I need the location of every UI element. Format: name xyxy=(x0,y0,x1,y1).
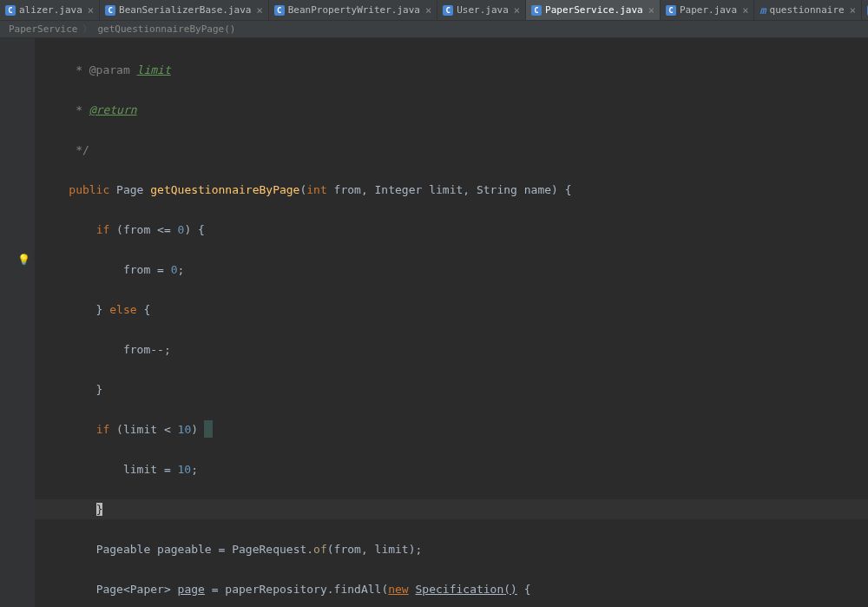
editor-wrap: 💡 * @param limit * @return */ public Pag… xyxy=(0,38,868,607)
close-icon[interactable]: × xyxy=(850,4,856,16)
close-icon[interactable]: × xyxy=(742,4,748,16)
close-icon[interactable]: × xyxy=(425,4,431,16)
close-icon[interactable]: × xyxy=(88,4,94,16)
class-icon: C xyxy=(274,5,285,16)
class-icon: C xyxy=(666,5,676,16)
breadcrumb-method[interactable]: getQuestionnaireByPage() xyxy=(97,23,235,35)
class-icon: C xyxy=(105,5,115,16)
class-icon: C xyxy=(443,5,453,16)
close-icon[interactable]: × xyxy=(514,4,520,16)
breadcrumb: PaperService 〉 getQuestionnaireByPage() xyxy=(0,21,868,38)
tab-beanserializerbase[interactable]: CBeanSerializerBase.java× xyxy=(100,0,269,20)
chevron-right-icon: 〉 xyxy=(82,23,92,36)
tab-paper[interactable]: CPaper.java× xyxy=(661,0,754,20)
editor-tabs: Calizer.java× CBeanSerializerBase.java× … xyxy=(0,0,868,21)
tab-paperservice[interactable]: CPaperService.java× xyxy=(526,0,661,20)
breadcrumb-class[interactable]: PaperService xyxy=(9,23,77,35)
code-editor[interactable]: * @param limit * @return */ public Page … xyxy=(35,38,868,607)
bulb-icon[interactable]: 💡 xyxy=(17,254,30,266)
gutter[interactable]: 💡 xyxy=(0,38,35,607)
class-icon: C xyxy=(5,5,16,16)
close-icon[interactable]: × xyxy=(648,4,654,16)
class-icon: C xyxy=(531,5,542,16)
tab-beanpropertywriter[interactable]: CBeanPropertyWriter.java× xyxy=(269,0,438,20)
tab-user[interactable]: CUser.java× xyxy=(437,0,526,20)
tab-indexedlistserializer[interactable]: CIndexedListSerializer.java× xyxy=(862,0,868,20)
tab-questionnaire[interactable]: mquestionnaire× xyxy=(754,0,862,20)
maven-icon: m xyxy=(760,4,766,16)
close-icon[interactable]: × xyxy=(256,4,262,16)
tab-alizer[interactable]: Calizer.java× xyxy=(0,0,100,20)
